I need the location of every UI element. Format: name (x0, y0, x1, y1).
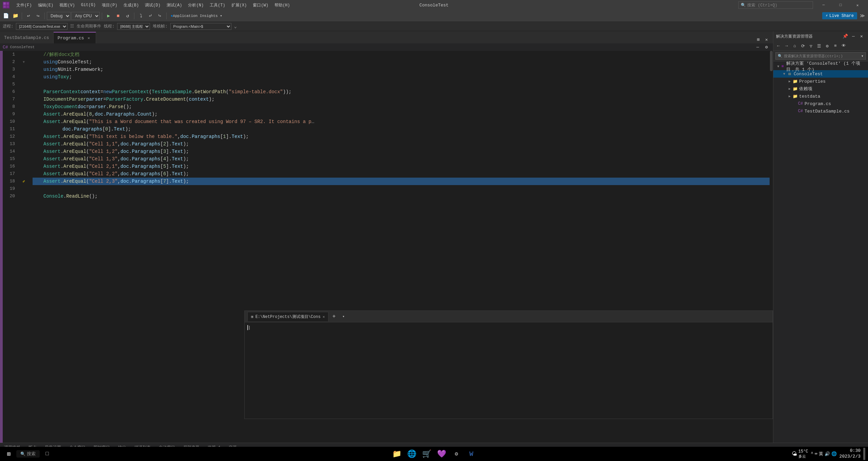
process-dropdown[interactable]: [21648] ConsoleTest.exe (16, 23, 68, 30)
se-home-btn[interactable]: ⌂ (791, 42, 798, 50)
tree-testdatasamplecs[interactable]: C# TestDataSample.cs (773, 107, 868, 115)
menu-git[interactable]: Git(G) (78, 2, 98, 8)
platform-dropdown[interactable]: Any CPU (71, 12, 100, 20)
se-props-btn[interactable]: ≡ (832, 42, 839, 50)
menu-help[interactable]: 帮助(H) (272, 1, 293, 9)
live-share-button[interactable]: ⚡ Live Share (822, 12, 857, 19)
taskbar-vs-icon[interactable]: 💜 (435, 447, 448, 461)
se-all-files-btn[interactable]: ☰ (815, 42, 823, 50)
se-close-btn[interactable]: ✕ (858, 33, 865, 40)
menu-view[interactable]: 视图(V) (57, 1, 78, 9)
terminal-close-btn[interactable]: ✕ (323, 315, 325, 319)
terminal-body[interactable]: | (245, 322, 773, 419)
scrollbar-thumb[interactable] (770, 51, 773, 71)
tree-solution[interactable]: ▼ ■ 解决方案 'ConsoleTest' (1 个项目，共 1 个) (773, 63, 868, 70)
lifecycle-btn[interactable]: ☷ (70, 24, 74, 29)
editor-settings-btn[interactable]: ⚙ (763, 43, 770, 51)
tray-expand-icon[interactable]: ^ (811, 452, 813, 456)
search-taskbar[interactable]: 🔍 搜索 (16, 450, 40, 458)
tree-testdata[interactable]: ▶ 📁 testdata (773, 93, 868, 100)
line-num-16: 16 (3, 163, 18, 170)
code-16e: [ (161, 163, 163, 170)
code-18a: . (60, 178, 63, 185)
undo-btn[interactable]: ↩ (24, 12, 33, 20)
redo-btn[interactable]: ↪ (34, 12, 42, 20)
app-insights-btn[interactable]: ● Application Insights ▾ (169, 12, 224, 20)
tab-close-program[interactable]: ✕ (86, 35, 92, 41)
properties-folder-icon: 📁 (792, 79, 798, 84)
menu-analyze[interactable]: 分析(N) (185, 1, 206, 9)
open-folder-btn[interactable]: 📁 (11, 12, 20, 20)
deps-expand-icon[interactable]: ▶ (787, 86, 792, 92)
properties-expand-icon[interactable]: ▶ (787, 79, 792, 84)
menu-window[interactable]: 窗口(W) (250, 1, 271, 9)
var-doc-11: doc (62, 125, 71, 133)
solution-explorer-title: 解决方案资源管理器 (776, 34, 813, 39)
show-desktop-btn[interactable] (863, 448, 865, 460)
se-back-btn[interactable]: ← (775, 42, 782, 50)
stack-dropdown[interactable]: Program.<Main>$ (170, 23, 231, 30)
editor-split-btn[interactable]: ⊞ (755, 36, 762, 43)
tab-testdatasample[interactable]: TestDataSample.cs (0, 32, 54, 43)
taskbar-word-icon[interactable]: W (465, 447, 478, 461)
se-filter-btn[interactable]: ▽ (807, 42, 815, 50)
debug-config-dropdown[interactable]: Debug (47, 12, 71, 20)
code-16a: . (60, 163, 63, 170)
se-forward-btn[interactable]: → (783, 42, 790, 50)
tree-programcs[interactable]: C# Program.cs (773, 100, 868, 107)
terminal-add-button[interactable]: + (330, 313, 338, 321)
terminal-dropdown-btn[interactable]: ▾ (339, 313, 347, 321)
menu-tools[interactable]: 工具(T) (207, 1, 228, 9)
num-1-12: 1 (223, 133, 226, 140)
toolbar-expand-btn[interactable]: ≫ (858, 12, 867, 20)
terminal-tab-main[interactable]: ⊞ E:\NetProjects\测试项目\Cons ✕ (247, 312, 328, 321)
menu-debug[interactable]: 调试(D) (142, 1, 163, 9)
menu-extensions[interactable]: 扩展(X) (229, 1, 250, 9)
taskbar-terminal-icon[interactable]: ⚙ (450, 447, 463, 461)
step-out-btn[interactable]: ⤷ (155, 12, 164, 20)
type-testdata: TestDataSample (152, 88, 192, 96)
menu-edit[interactable]: 编辑(E) (35, 1, 56, 9)
minimize-button[interactable]: ─ (816, 0, 831, 10)
se-settings-btn[interactable]: ⚙ (824, 42, 831, 50)
testdata-expand-icon[interactable]: ▶ (787, 94, 792, 99)
menu-project[interactable]: 项目(P) (99, 1, 120, 9)
restart-btn[interactable]: ↺ (123, 12, 132, 20)
project-expand-icon[interactable]: ▼ (781, 71, 787, 77)
testdatasamplecs-label: TestDataSample.cs (805, 109, 850, 114)
stop-btn[interactable]: ■ (114, 12, 122, 20)
se-minimize-btn[interactable]: ─ (850, 33, 857, 40)
line-num-9: 9 (3, 111, 18, 118)
run-btn[interactable]: ▶ (104, 12, 113, 20)
menu-test[interactable]: 测试(A) (164, 1, 185, 9)
taskbar-store-icon[interactable]: 🛒 (420, 447, 433, 461)
line-num-10: 10 (3, 118, 18, 125)
editor-close-btn[interactable]: ✕ (763, 36, 770, 43)
step-into-btn[interactable]: ⤶ (146, 12, 155, 20)
close-button[interactable]: ✕ (850, 0, 865, 10)
tab-program[interactable]: Program.cs ✕ (54, 32, 96, 43)
se-preview-btn[interactable]: 👁 (840, 42, 847, 50)
line-num-6: 6 (3, 88, 18, 96)
new-file-btn[interactable]: 📄 (1, 12, 10, 20)
start-button[interactable]: ⊞ (3, 448, 15, 460)
taskbar-files-icon[interactable]: 📁 (390, 447, 403, 461)
tree-properties[interactable]: ▶ 📁 Properties (773, 78, 868, 85)
maximize-button[interactable]: □ (833, 0, 848, 10)
menu-file[interactable]: 文件(F) (14, 1, 35, 9)
code-17f: ]. (166, 170, 172, 178)
se-sync-btn[interactable]: ⟳ (799, 42, 807, 50)
task-view-btn[interactable]: □ (41, 448, 53, 460)
taskbar-browser-icon[interactable]: 🌐 (405, 447, 418, 461)
tree-dependencies[interactable]: ▶ 📁 依赖项 (773, 85, 868, 93)
thread-dropdown[interactable]: [8688] 主线程 (117, 23, 150, 30)
testdata-label: testdata (799, 94, 820, 99)
line-num-12: 12 (3, 133, 18, 140)
stack-expand-btn[interactable]: ⌄ (234, 23, 237, 29)
se-pin-btn[interactable]: 📌 (842, 33, 849, 40)
solution-expand-icon[interactable]: ▼ (776, 64, 780, 69)
menu-build[interactable]: 生成(B) (121, 1, 142, 9)
editor-minimize-btn[interactable]: ─ (754, 43, 761, 51)
step-over-btn[interactable]: ⤵ (136, 12, 145, 20)
se-search-expand-btn[interactable]: ▾ (861, 54, 864, 59)
